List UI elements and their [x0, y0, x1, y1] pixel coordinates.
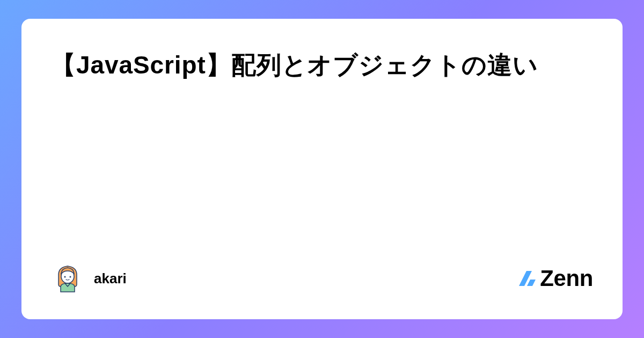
zenn-icon — [517, 269, 537, 288]
svg-point-2 — [70, 276, 71, 278]
author-avatar — [51, 262, 84, 295]
platform-name: Zenn — [540, 266, 593, 291]
author-name: akari — [94, 270, 127, 287]
social-card: 【JavaScript】配列とオブジェクトの違い — [21, 19, 623, 319]
platform-logo: Zenn — [517, 266, 593, 291]
article-title: 【JavaScript】配列とオブジェクトの違い — [51, 46, 593, 85]
card-footer: akari Zenn — [51, 262, 593, 295]
author-section: akari — [51, 262, 127, 295]
svg-point-1 — [64, 276, 66, 278]
